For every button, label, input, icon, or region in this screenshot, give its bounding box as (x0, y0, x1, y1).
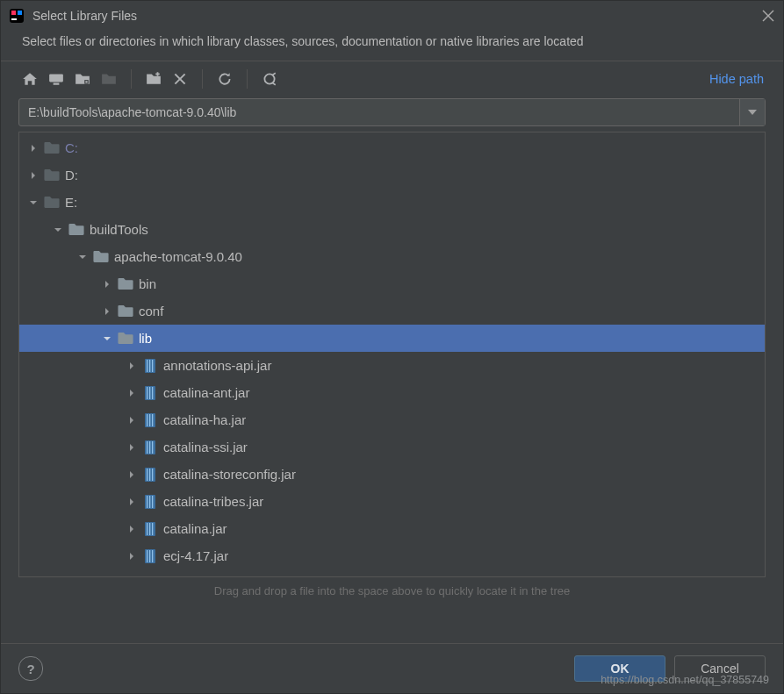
close-icon[interactable] (762, 10, 774, 22)
chevron-right-icon[interactable] (100, 304, 114, 318)
tree-row[interactable]: catalina-ssi.jar (19, 433, 765, 461)
dialog-footer: ? OK Cancel (1, 643, 783, 693)
toolbar: Hide path (1, 61, 783, 97)
tree-row[interactable]: C: (19, 134, 765, 161)
file-tree[interactable]: C:D:E:buildToolsapache-tomcat-9.0.40binc… (19, 132, 765, 576)
chevron-right-icon[interactable] (125, 468, 139, 482)
svg-rect-39 (149, 523, 150, 535)
chevron-right-icon[interactable] (125, 413, 139, 427)
svg-rect-22 (147, 414, 147, 426)
svg-rect-16 (152, 360, 153, 372)
tree-item-label: catalina.jar (163, 521, 227, 536)
tree-item-label: catalina-ant.jar (163, 385, 249, 400)
jar-icon (142, 386, 158, 400)
path-input[interactable] (19, 99, 739, 125)
tree-row[interactable]: catalina.jar (19, 515, 765, 542)
folder-icon (44, 196, 60, 210)
jar-icon (142, 468, 158, 482)
svg-rect-24 (152, 414, 153, 426)
svg-rect-23 (149, 414, 150, 426)
tree-row[interactable]: D: (19, 161, 765, 189)
chevron-right-icon[interactable] (26, 168, 40, 182)
svg-rect-14 (147, 360, 147, 372)
chevron-right-icon[interactable] (125, 522, 139, 536)
chevron-right-icon[interactable] (125, 549, 139, 563)
tree-row[interactable]: catalina-ha.jar (19, 406, 765, 433)
folder-icon (44, 168, 60, 182)
tree-row[interactable]: ecj-4.17.jar (19, 542, 765, 569)
tree-row[interactable]: buildTools (19, 216, 765, 243)
app-icon (10, 9, 24, 23)
chevron-right-icon[interactable] (125, 359, 139, 373)
chevron-right-icon[interactable] (100, 277, 114, 291)
chevron-right-icon[interactable] (125, 440, 139, 454)
chevron-down-icon[interactable] (76, 250, 90, 264)
svg-rect-26 (147, 441, 147, 454)
chevron-right-icon[interactable] (26, 141, 40, 155)
cancel-button[interactable]: Cancel (674, 655, 766, 682)
new-folder-icon[interactable] (142, 68, 165, 90)
tree-row[interactable]: annotations-api.jar (19, 352, 765, 379)
svg-rect-27 (149, 441, 150, 454)
chevron-right-icon[interactable] (125, 386, 139, 400)
tree-item-label: catalina-tribes.jar (163, 494, 263, 509)
svg-rect-36 (152, 496, 153, 508)
refresh-icon[interactable] (213, 68, 236, 90)
window-title: Select Library Files (32, 9, 753, 23)
tree-row[interactable]: conf (19, 297, 765, 325)
tree-item-label: lib (139, 331, 152, 346)
path-dropdown-icon[interactable] (739, 99, 765, 125)
tree-row[interactable]: catalina-tribes.jar (19, 488, 765, 515)
tree-row[interactable]: E: (19, 189, 765, 216)
jar-icon (142, 359, 158, 373)
svg-rect-34 (147, 496, 147, 508)
delete-icon[interactable] (169, 68, 191, 90)
svg-rect-40 (152, 523, 153, 535)
drag-hint: Drag and drop a file into the space abov… (1, 577, 783, 608)
tree-item-label: bin (139, 276, 156, 291)
svg-rect-7 (54, 83, 60, 85)
svg-rect-18 (147, 387, 147, 399)
folder-icon (118, 304, 133, 318)
home-icon[interactable] (18, 68, 41, 90)
separator (247, 69, 248, 89)
svg-rect-28 (152, 441, 153, 454)
chevron-right-icon[interactable] (125, 495, 139, 509)
svg-rect-19 (149, 387, 150, 399)
file-tree-container: C:D:E:buildToolsapache-tomcat-9.0.40binc… (18, 132, 766, 577)
tree-item-label: ecj-4.17.jar (163, 548, 228, 563)
svg-rect-42 (147, 550, 147, 562)
svg-rect-2 (18, 11, 22, 15)
tree-row[interactable]: catalina-storeconfig.jar (19, 461, 765, 488)
svg-rect-32 (152, 469, 153, 481)
svg-rect-9 (85, 81, 87, 82)
tree-item-label: E: (65, 195, 77, 210)
module-folder-icon (97, 68, 120, 90)
jar-icon (142, 522, 158, 536)
tree-row[interactable]: bin (19, 270, 765, 297)
show-hidden-icon[interactable] (258, 68, 281, 90)
chevron-down-icon[interactable] (26, 196, 40, 210)
tree-item-label: C: (65, 140, 78, 155)
tree-row[interactable]: apache-tomcat-9.0.40 (19, 243, 765, 270)
jar-icon (142, 440, 158, 454)
path-bar (18, 98, 766, 126)
tree-item-label: catalina-storeconfig.jar (163, 467, 296, 482)
svg-rect-44 (152, 550, 153, 562)
tree-item-label: apache-tomcat-9.0.40 (114, 249, 242, 264)
jar-icon (142, 495, 158, 509)
ok-button[interactable]: OK (574, 655, 665, 682)
project-folder-icon[interactable] (71, 68, 94, 90)
chevron-down-icon[interactable] (100, 332, 114, 346)
tree-item-label: buildTools (90, 222, 148, 237)
svg-rect-38 (147, 523, 147, 535)
help-button[interactable]: ? (18, 656, 43, 681)
tree-item-label: annotations-api.jar (163, 358, 271, 373)
svg-rect-1 (11, 11, 16, 15)
hide-path-link[interactable]: Hide path (709, 72, 766, 86)
tree-row[interactable]: lib (19, 325, 765, 352)
svg-rect-30 (147, 469, 147, 481)
chevron-down-icon[interactable] (51, 223, 65, 237)
desktop-icon[interactable] (45, 68, 68, 90)
tree-row[interactable]: catalina-ant.jar (19, 379, 765, 406)
